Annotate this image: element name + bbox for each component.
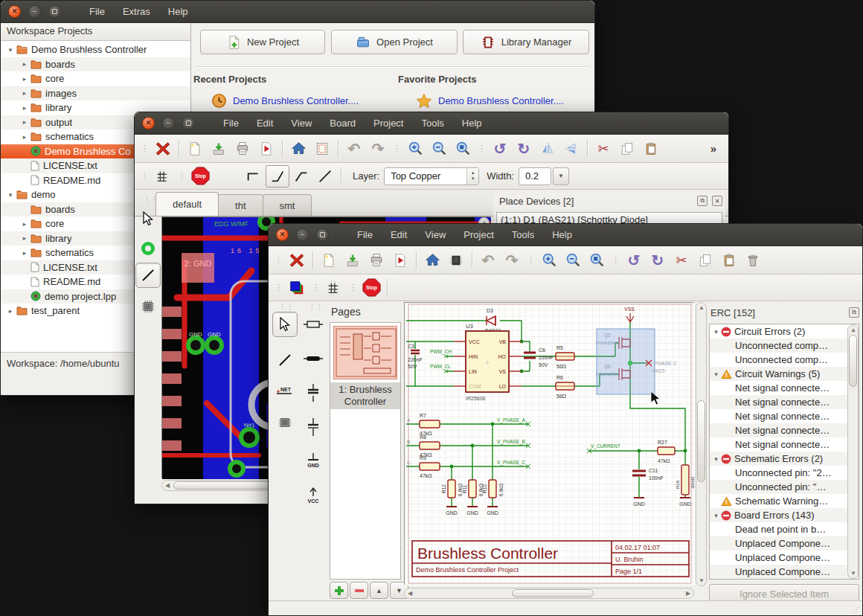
wire-tool-icon[interactable] [272,347,298,373]
device-tool-icon[interactable] [135,294,161,319]
chip-icon[interactable] [444,249,468,272]
erc-item[interactable]: Unconnected comp… [710,339,859,353]
close-project-button[interactable] [285,249,309,272]
wire-mode-45deg2-icon[interactable] [289,165,313,187]
erc-item[interactable]: Unplaced Compone… [710,536,859,551]
close-button[interactable]: ✕ [8,5,21,18]
home-button[interactable] [286,138,310,160]
rotate-cw-icon[interactable]: ↻ [646,249,670,272]
resistor-tool-icon[interactable] [301,312,326,337]
schematic-vertical-scrollbar[interactable]: ▲ ▼ [696,302,707,586]
menu-item-extras[interactable]: Extras [115,2,158,21]
inductor-tool-icon[interactable] [301,346,326,371]
erc-item[interactable]: Unplaced Compone… [710,551,859,565]
vcc-tool-icon[interactable]: VCC [301,483,326,508]
toolbar-grip[interactable]: ⋮ [393,144,400,153]
paste-icon[interactable] [717,249,741,272]
dock-close-icon[interactable]: ✕ [712,196,722,206]
erc-item[interactable]: Net signal connecte… [710,423,859,437]
select-tool-icon[interactable] [272,312,298,337]
move-page-up-button[interactable]: ▲ [370,582,388,599]
layer-select[interactable]: Top Copper ▲▼ [384,167,479,185]
minimize-button[interactable]: – [296,228,309,241]
scroll-up-icon[interactable]: ▲ [848,325,859,333]
expander-icon[interactable]: ▸ [19,220,30,228]
resize-grip-icon[interactable]: ⋰ [853,606,860,614]
tree-item[interactable]: ▸boards [1,57,190,72]
menu-item-edit[interactable]: Edit [383,225,414,244]
trace-tool-icon[interactable] [135,263,161,288]
scroll-down-icon[interactable]: ▼ [848,570,859,577]
close-button[interactable]: ✕ [142,117,155,129]
palette-grip[interactable]: ⋮⋮ [309,303,324,310]
recent-project-item[interactable]: Demo Brushless Controller.... [211,93,359,109]
spinner-icon[interactable]: ▲▼ [466,168,478,185]
gnd-tool-icon[interactable]: GND [301,449,326,474]
menu-item-tools[interactable]: Tools [414,114,451,132]
menu-item-board[interactable]: Board [322,114,363,132]
export-pdf-button[interactable] [254,138,278,160]
menu-item-view[interactable]: View [417,225,453,244]
rotate-ccw-icon[interactable]: ↺ [488,138,512,160]
scroll-right-icon[interactable]: ▶ [683,590,693,597]
open-project-button[interactable]: Open Project [331,30,458,54]
erc-item[interactable]: Dead net point in b… [710,522,859,536]
layers-icon[interactable] [285,277,309,299]
titlebar[interactable]: ✕ – File Edit View Board Project Tools H… [135,112,728,135]
polarized-capacitor-tool-icon[interactable] [301,380,326,405]
erc-item[interactable]: Unconnected pin: "… [710,480,859,494]
save-button[interactable] [341,249,365,272]
toolbar-grip[interactable]: ⋮ [612,255,619,265]
flip-vertical-icon[interactable] [536,138,559,160]
remove-page-button[interactable] [350,582,368,599]
close-project-button[interactable] [151,138,175,160]
print-button[interactable] [365,249,388,272]
tree-item[interactable]: ▾Demo Brushless Controller [1,42,190,57]
cut-icon[interactable]: ✂ [670,249,693,272]
redo-icon[interactable]: ↷ [500,249,524,272]
zoom-fit-icon[interactable] [585,249,609,272]
tab-smt[interactable]: smt [263,194,312,216]
toolbar-grip[interactable]: ⋮ [178,171,185,181]
scroll-down-icon[interactable]: ▼ [696,577,707,584]
via-tool-icon[interactable] [135,236,161,261]
menu-item-edit[interactable]: Edit [249,114,280,132]
expander-icon[interactable]: ▸ [19,234,30,242]
tab-tht[interactable]: tht [218,194,263,216]
erc-group[interactable]: !Schematic Warning… [710,494,859,508]
component-tool-icon[interactable] [272,410,298,435]
expander-icon[interactable]: ▾ [5,46,16,54]
palette-grip[interactable]: ⋮⋮ [279,303,294,310]
capacitor-tool-icon[interactable] [301,414,326,440]
erc-item[interactable]: Net signal connecte… [710,437,859,452]
export-pdf-button[interactable] [388,249,412,272]
expander-icon[interactable]: ▾ [711,512,721,519]
expander-icon[interactable]: ▾ [711,328,721,336]
add-page-button[interactable] [330,582,348,599]
grid-settings-icon[interactable] [322,277,346,299]
width-dropdown-icon[interactable]: ▼ [553,167,569,185]
toolbar-overflow-icon[interactable]: » [702,138,725,160]
width-input[interactable]: 0.2 [519,167,551,185]
scroll-left-icon[interactable]: ◀ [162,482,173,489]
stop-icon[interactable]: Stop [188,165,212,187]
expander-icon[interactable]: ▸ [19,133,30,141]
menu-item-file[interactable]: File [350,225,380,244]
expander-icon[interactable]: ▾ [5,191,16,199]
scroll-up-icon[interactable]: ▲ [696,303,707,311]
scroll-left-icon[interactable]: ◀ [405,590,415,597]
copy-icon[interactable] [693,249,717,272]
erc-list[interactable]: ▾Circuit Errors (2) Unconnected comp… Un… [709,324,859,580]
toolbar-grip[interactable]: ⋮ [478,144,485,153]
erc-item[interactable]: Net signal connecte… [710,381,859,395]
menu-item-file[interactable]: File [82,2,112,21]
erc-item[interactable]: Unconnected comp… [710,353,859,367]
erc-group[interactable]: ▾Schematic Errors (2) [710,452,859,466]
rotate-cw-icon[interactable]: ↻ [512,138,536,160]
delete-icon[interactable] [741,249,765,272]
menu-item-view[interactable]: View [283,114,319,132]
toolbar-grip[interactable]: ⋮ [349,283,356,292]
menu-item-help[interactable]: Help [161,2,196,21]
maximize-button[interactable] [48,5,61,18]
dock-float-icon[interactable]: ⧉ [697,196,708,206]
